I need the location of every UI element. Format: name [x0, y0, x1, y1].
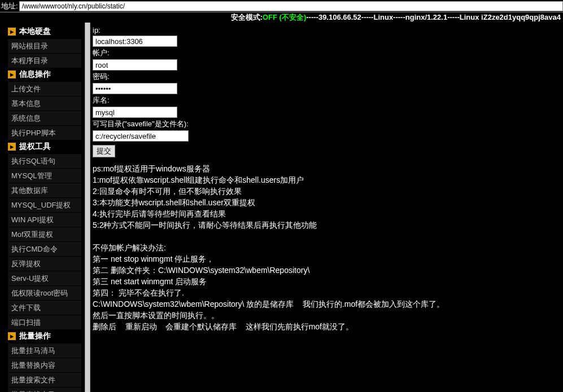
arrow-icon — [8, 71, 16, 78]
sidebar-group-privesc: 提权工具 — [8, 140, 81, 153]
dir-input[interactable] — [93, 130, 189, 142]
main-panel: ip: 帐户: 密码: 库名: 可写目录("savefile"是文件名): 提交… — [90, 23, 563, 392]
pass-label: 密码: — [93, 71, 563, 83]
status-rest: -----39.106.66.52-----Linux-----nginx/1.… — [306, 13, 561, 21]
sidebar-item-mof[interactable]: Mof双重提权 — [8, 227, 81, 241]
sidebar-group-batch: 批量操作 — [8, 329, 81, 343]
user-input[interactable] — [93, 59, 177, 71]
sidebar-item-batch-find[interactable]: 批量查找木马 — [8, 387, 81, 392]
pane-divider[interactable] — [85, 23, 90, 392]
sidebar-group-info: 信息操作 — [8, 68, 81, 81]
sidebar: 本地硬盘 网站根目录 本程序目录 信息操作 上传文件 基本信息 系统信息 执行P… — [0, 23, 85, 392]
sidebar-group-disk: 本地硬盘 — [8, 25, 81, 38]
sidebar-item-batch-horse[interactable]: 批量挂马清马 — [8, 343, 81, 358]
arrow-icon — [8, 332, 16, 340]
sidebar-item-winapi[interactable]: WIN API提权 — [8, 213, 81, 227]
sidebar-item-cmd[interactable]: 执行CMD命令 — [8, 242, 81, 256]
sidebar-item-readroot[interactable]: 低权限读root密码 — [8, 286, 81, 300]
ip-label: ip: — [93, 25, 563, 36]
sidebar-item-progdir[interactable]: 本程序目录 — [8, 54, 81, 68]
sidebar-item-upload[interactable]: 上传文件 — [8, 82, 81, 96]
user-label: 帐户: — [93, 47, 563, 59]
sidebar-item-batch-replace[interactable]: 批量替换内容 — [8, 358, 81, 372]
sidebar-item-portscan[interactable]: 端口扫描 — [8, 315, 81, 329]
sidebar-item-udf[interactable]: MYSQL_UDF提权 — [8, 198, 81, 212]
sidebar-item-phpexec[interactable]: 执行PHP脚本 — [8, 126, 81, 140]
sidebar-item-download[interactable]: 文件下载 — [8, 301, 81, 315]
address-input[interactable] — [19, 1, 563, 11]
pass-input[interactable] — [93, 83, 177, 94]
ip-input[interactable] — [93, 36, 177, 47]
db-input[interactable] — [93, 107, 177, 118]
db-label: 库名: — [93, 94, 563, 107]
arrow-icon — [8, 143, 16, 151]
status-bar: 安全模式:OFF (不安全)-----39.106.66.52-----Linu… — [0, 12, 563, 23]
address-label: 地址: — [0, 1, 19, 11]
address-bar: 地址: — [0, 0, 563, 12]
sidebar-item-mysql[interactable]: MYSQL管理 — [8, 169, 81, 183]
status-mode: OFF (不安全) — [263, 13, 306, 21]
sidebar-item-webroot[interactable]: 网站根目录 — [8, 39, 81, 53]
arrow-icon — [8, 28, 16, 36]
sidebar-item-batch-search[interactable]: 批量搜索文件 — [8, 373, 81, 387]
sidebar-item-otherdb[interactable]: 其他数据库 — [8, 183, 81, 197]
sidebar-item-basicinfo[interactable]: 基本信息 — [8, 96, 81, 111]
submit-button[interactable]: 提交 — [93, 145, 115, 157]
sidebar-item-revshell[interactable]: 反弹提权 — [8, 257, 81, 271]
info-text: ps:mof提权适用于windows服务器 1:mof提权依靠wscript.s… — [93, 163, 563, 332]
dir-label: 可写目录("savefile"是文件名): — [93, 118, 563, 130]
sidebar-item-sysinfo[interactable]: 系统信息 — [8, 111, 81, 125]
status-prefix: 安全模式: — [231, 13, 263, 21]
sidebar-item-servu[interactable]: Serv-U提权 — [8, 271, 81, 285]
sidebar-item-sql[interactable]: 执行SQL语句 — [8, 154, 81, 168]
